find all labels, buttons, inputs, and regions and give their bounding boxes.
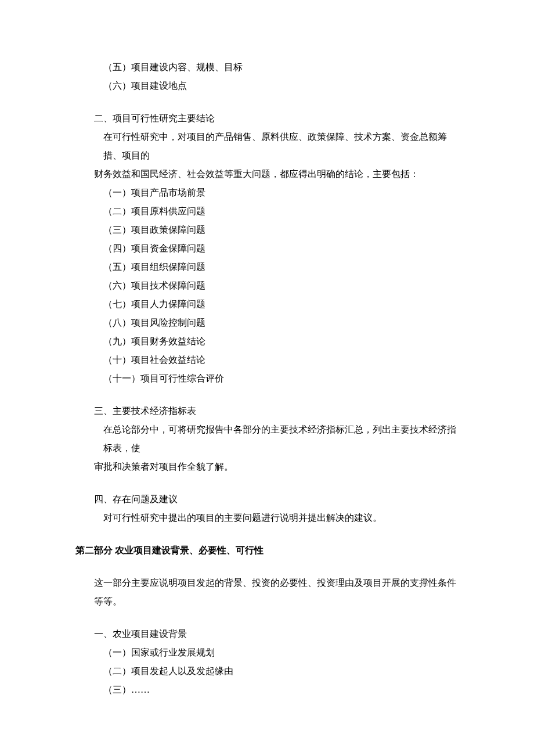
list-item: （四）项目资金保障问题 [75,239,459,258]
list-item: （六）项目建设地点 [75,77,459,95]
list-item: （五）项目建设内容、规模、目标 [75,58,459,77]
document-body: （五）项目建设内容、规模、目标 （六）项目建设地点 二、项目可行性研究主要结论 … [75,58,459,699]
list-item: （一）项目产品市场前景 [75,183,459,202]
list-item: （六）项目技术保障问题 [75,276,459,295]
list-item: （十）项目社会效益结论 [75,351,459,369]
spacer [75,388,459,402]
section-heading: 二、项目可行性研究主要结论 [75,109,459,128]
list-item: （二）项目原料供应问题 [75,202,459,221]
paragraph: 在总论部分中，可将研究报告中各部分的主要技术经济指标汇总，列出主要技术经济指标表… [75,420,459,458]
section-heading: 四、存在问题及建议 [75,490,459,509]
spacer [75,560,459,574]
list-item: （十一）项目可行性综合评价 [75,369,459,388]
spacer [75,95,459,109]
section-heading: 三、主要技术经济指标表 [75,402,459,420]
paragraph: 财务效益和国民经济、社会效益等重大问题，都应得出明确的结论，主要包括： [75,165,459,183]
paragraph: 对可行性研究中提出的项目的主要问题进行说明并提出解决的建议。 [75,509,459,527]
list-item: （九）项目财务效益结论 [75,332,459,351]
paragraph: 在可行性研究中，对项目的产品销售、原料供应、政策保障、技术方案、资金总额筹措、项… [75,128,459,165]
spacer [75,611,459,625]
list-item: （二）项目发起人以及发起缘由 [75,662,459,681]
list-item: （八）项目风险控制问题 [75,314,459,332]
part-title: 第二部分 农业项目建设背景、必要性、可行性 [75,541,459,560]
list-item: （三）…… [75,681,459,699]
paragraph: 审批和决策者对项目作全貌了解。 [75,458,459,476]
list-item: （五）项目组织保障问题 [75,258,459,276]
list-item: （三）项目政策保障问题 [75,221,459,239]
spacer [75,476,459,490]
list-item: （一）国家或行业发展规划 [75,643,459,662]
section-heading: 一、农业项目建设背景 [75,625,459,643]
list-item: （七）项目人力保障问题 [75,295,459,314]
spacer [75,527,459,541]
paragraph: 这一部分主要应说明项目发起的背景、投资的必要性、投资理由及项目开展的支撑性条件等… [75,574,459,611]
